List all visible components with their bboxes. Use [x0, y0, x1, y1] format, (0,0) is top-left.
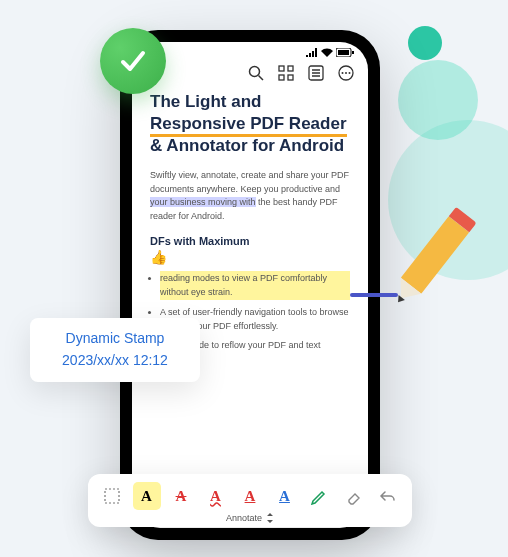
sub-heading: DFs with Maximum — [150, 235, 350, 247]
svg-point-15 — [345, 72, 347, 74]
top-toolbar — [132, 59, 368, 91]
document-content: The Light and Responsive PDF Reader & An… — [132, 91, 368, 528]
stamp-timestamp: 2023/xx/xx 12:12 — [48, 352, 182, 368]
battery-icon — [336, 48, 354, 57]
freehand-tool[interactable] — [305, 482, 333, 510]
stamp-title: Dynamic Stamp — [48, 330, 182, 346]
strikethrough-tool[interactable]: A — [167, 482, 195, 510]
list-view-icon[interactable] — [308, 65, 324, 81]
intro-paragraph: Swiftly view, annotate, create and share… — [150, 169, 350, 223]
phone-frame: The Light and Responsive PDF Reader & An… — [120, 30, 380, 540]
annotate-toolbar: A A A A A Annotate — [88, 474, 412, 527]
undo-tool[interactable] — [374, 482, 402, 510]
phone-screen: The Light and Responsive PDF Reader & An… — [132, 42, 368, 528]
svg-point-16 — [349, 72, 351, 74]
grid-view-icon[interactable] — [278, 65, 294, 81]
para-highlighted: your business moving with — [150, 197, 256, 207]
underline-red-tool[interactable]: A — [236, 482, 264, 510]
pencil-stroke — [350, 293, 398, 297]
svg-line-4 — [259, 76, 264, 81]
expand-icon — [266, 513, 274, 523]
checkmark-badge — [100, 28, 166, 94]
svg-rect-7 — [279, 75, 284, 80]
highlight-tool[interactable]: A — [133, 482, 161, 510]
toolbar-label: Annotate — [226, 513, 262, 523]
svg-rect-1 — [338, 50, 349, 55]
title-underlined: Responsive PDF Reader — [150, 114, 347, 137]
para-seg1: Swiftly view, annotate, create and share… — [150, 170, 349, 194]
title-seg1: The Light and — [150, 92, 261, 111]
underline-blue-tool[interactable]: A — [271, 482, 299, 510]
title-seg3: & Annotator for Android — [150, 136, 344, 155]
toolbar-label-row[interactable]: Annotate — [98, 513, 402, 523]
status-bar — [132, 42, 368, 59]
eraser-tool[interactable] — [340, 482, 368, 510]
page-title: The Light and Responsive PDF Reader & An… — [150, 91, 350, 157]
wifi-icon — [321, 48, 333, 57]
svg-point-3 — [250, 67, 260, 77]
list-item: reading modes to view a PDF comfortably … — [160, 271, 350, 300]
svg-rect-2 — [352, 51, 354, 54]
svg-rect-6 — [288, 66, 293, 71]
signal-icon — [306, 48, 318, 57]
dynamic-stamp-card: Dynamic Stamp 2023/xx/xx 12:12 — [30, 318, 200, 382]
tool-row: A A A A A — [98, 482, 402, 510]
svg-rect-5 — [279, 66, 284, 71]
svg-point-14 — [342, 72, 344, 74]
svg-rect-8 — [288, 75, 293, 80]
more-icon[interactable] — [338, 65, 354, 81]
checkmark-icon — [117, 45, 149, 77]
thumbs-up-emoji: 👍 — [150, 249, 350, 265]
selection-tool[interactable] — [98, 482, 126, 510]
svg-rect-17 — [105, 489, 119, 503]
bg-circle-small — [408, 26, 442, 60]
search-icon[interactable] — [248, 65, 264, 81]
squiggly-tool[interactable]: A — [202, 482, 230, 510]
bg-circle-large — [398, 60, 478, 140]
pencil-tip — [391, 278, 421, 307]
